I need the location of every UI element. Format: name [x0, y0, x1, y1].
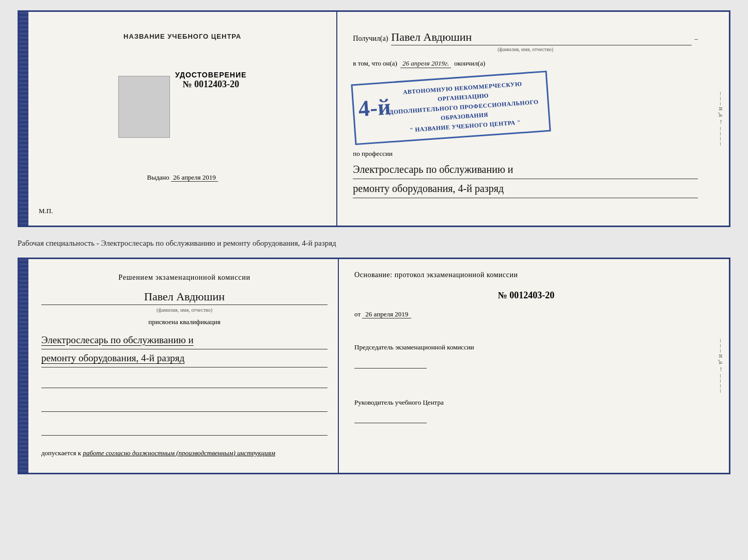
qualification-line1: Электрослесарь по обслуживанию и — [41, 331, 328, 349]
qualification-line2: ремонту оборудования, 4-й разряд — [41, 349, 328, 367]
osnovanie-text: Основание: протокол экзаменационной коми… — [354, 269, 698, 281]
stamp-wrapper: 4-й АВТОНОМНУЮ НЕКОММЕРЧЕСКУЮ ОРГАНИЗАЦИ… — [353, 75, 698, 140]
rukovoditel-label: Руководитель учебного Центра — [354, 397, 698, 408]
udostoverenie-block: УДОСТОВЕРЕНИЕ № 0012403-20 — [175, 71, 246, 90]
rukovoditel-section: Руководитель учебного Центра — [354, 389, 698, 427]
predsedatel-label: Председатель экзаменационной комиссии — [354, 342, 698, 353]
stamp-digit: 4-й — [358, 95, 392, 120]
recipient-name: Павел Авдюшин — [391, 30, 691, 45]
profession-line1: Электрослесарь по обслуживанию и — [353, 160, 698, 179]
resheniem-label: Решением экзаменационной комиссии — [118, 274, 250, 281]
prisvoena-text: присвоена квалификация — [41, 318, 328, 326]
udostoverenie-label: УДОСТОВЕРЕНИЕ — [175, 71, 246, 79]
rukovoditel-signature-line — [354, 411, 427, 423]
completion-date: 26 апреля 2019г. — [400, 59, 451, 68]
vtom-label: в том, что он(а) — [353, 59, 397, 68]
right-spine-decorations: – – – и ,а ← – – – – — [713, 12, 729, 226]
udostoverenie-number: № 0012403-20 — [175, 79, 246, 90]
qualification-section: Электрослесарь по обслуживанию и ремонту… — [41, 331, 328, 367]
ot-line: от 26 апреля 2019 — [354, 310, 698, 318]
dopuskaetsya-label: допускается к — [41, 449, 81, 457]
ot-date: 26 апреля 2019 — [362, 310, 411, 318]
vydano-date: 26 апреля 2019 — [171, 173, 218, 182]
vydano-label: Выдано — [147, 173, 169, 181]
bottom-right-spine: – – – и ,а ← – – – – — [713, 259, 729, 473]
middle-text: Рабочая специальность - Электрослесарь п… — [18, 233, 730, 251]
bottom-name-section: Павел Авдюшин (фамилия, имя, отчество) — [41, 288, 328, 313]
profession-line2: ремонту оборудования, 4-й разряд — [353, 179, 698, 198]
bottom-recipient-name: Павел Авдюшин — [41, 290, 328, 305]
poluchil-line: Получил(a) Павел Авдюшин – — [353, 30, 698, 45]
top-doc-left-panel: НАЗВАНИЕ УЧЕБНОГО ЦЕНТРА УДОСТОВЕРЕНИЕ №… — [28, 12, 337, 226]
bottom-number: № 0012403-20 — [354, 290, 698, 301]
name-subtitle: (фамилия, имя, отчество) — [353, 46, 698, 52]
bottom-name-subtitle: (фамилия, имя, отчество) — [41, 307, 328, 313]
bottom-document: Решением экзаменационной комиссии Павел … — [18, 258, 730, 474]
left-spine — [19, 12, 28, 226]
poluchil-label: Получил(a) — [353, 35, 388, 43]
dopuskaetsya-section: допускается к работе согласно должностны… — [41, 449, 328, 457]
mp-label: М.П. — [39, 207, 53, 215]
signature-line-1 — [41, 376, 328, 388]
resheniem-title: Решением экзаменационной комиссии — [41, 272, 328, 283]
top-document: НАЗВАНИЕ УЧЕБНОГО ЦЕНТРА УДОСТОВЕРЕНИЕ №… — [18, 10, 730, 227]
bottom-doc-left-panel: Решением экзаменационной комиссии Павел … — [28, 259, 339, 473]
bottom-left-spine — [19, 259, 28, 473]
po-professii-label: по профессии — [353, 150, 698, 158]
predsedatel-section: Председатель экзаменационной комиссии — [354, 334, 698, 372]
poluchil-section: Получил(a) Павел Авдюшин – (фамилия, имя… — [353, 26, 698, 52]
okonchil-label: окончил(а) — [454, 59, 485, 68]
page-wrapper: НАЗВАНИЕ УЧЕБНОГО ЦЕНТРА УДОСТОВЕРЕНИЕ №… — [18, 10, 730, 474]
signature-line-3 — [41, 423, 328, 436]
dopuskaetsya-text: работе согласно должностным (производств… — [83, 449, 275, 457]
bottom-doc-right-panel: Основание: протокол экзаменационной коми… — [339, 259, 713, 473]
predsedatel-signature-line — [354, 356, 427, 369]
signature-line-2 — [41, 399, 328, 412]
vydano-block: Выдано 26 апреля 2019 — [147, 173, 218, 182]
photo-placeholder — [118, 76, 170, 138]
ot-label: от — [354, 310, 361, 318]
top-doc-right-panel: Получил(a) Павел Авдюшин – (фамилия, имя… — [337, 12, 713, 226]
stamp-text: АВТОНОМНУЮ НЕКОММЕРЧЕСКУЮ ОРГАНИЗАЦИЮ ДО… — [384, 78, 544, 136]
po-professii-section: по профессии Электрослесарь по обслужива… — [353, 150, 698, 198]
top-left-title: НАЗВАНИЕ УЧЕБНОГО ЦЕНТРА — [123, 33, 241, 40]
organization-stamp: 4-й АВТОНОМНУЮ НЕКОММЕРЧЕСКУЮ ОРГАНИЗАЦИ… — [351, 71, 551, 145]
vtom-line: в том, что он(а) 26 апреля 2019г. окончи… — [353, 59, 698, 68]
